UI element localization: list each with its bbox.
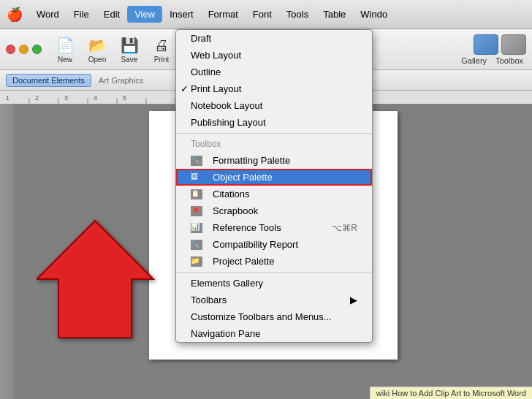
svg-marker-15 [37,221,153,338]
menu-item-elements-gallery[interactable]: Elements Gallery [176,275,372,292]
compatibility-report-icon: 🔧 [191,240,202,250]
new-icon: 📄 [55,35,75,56]
toolbox-label: Toolbox [493,56,526,65]
apple-menu[interactable]: 🍎 [0,7,29,23]
open-icon: 📂 [87,35,107,56]
draft-label: Draft [191,33,211,44]
notebook-layout-label: Notebook Layout [191,100,262,111]
object-palette-label: Object Palette [213,172,273,183]
info-icon-btn[interactable] [501,34,526,55]
window-controls [6,45,42,54]
close-button[interactable] [6,45,15,54]
reference-tools-icon: 📊 [191,223,202,233]
view-dropdown-menu: Draft Web Layout Outline Print Layout No… [175,29,373,343]
save-icon: 💾 [119,35,140,56]
new-button[interactable]: 📄 New [50,34,80,65]
navigation-pane-label: Navigation Pane [191,328,260,339]
menu-item-draft[interactable]: Draft [176,30,372,47]
open-button[interactable]: 📂 Open [83,34,112,65]
menu-item-reference-tools[interactable]: 📊 Reference Tools ⌥⌘R [176,219,372,236]
menu-font[interactable]: Font [246,6,279,23]
gallery-label: Gallery [458,56,490,65]
menu-tools[interactable]: Tools [279,6,316,23]
menu-item-print-layout[interactable]: Print Layout [176,80,372,97]
left-sidebar [0,104,15,399]
menu-item-outline[interactable]: Outline [176,64,372,80]
menu-separator-2 [176,272,372,273]
svg-text:3: 3 [64,94,68,102]
formatting-palette-icon: 🔧 [191,156,202,166]
red-arrow [37,191,197,355]
menu-item-customize-toolbars[interactable]: Customize Toolbars and Menus... [176,308,372,325]
menu-item-citations[interactable]: 📋 Citations [176,186,372,202]
svg-text:1: 1 [6,94,10,102]
scrapbook-icon: 📌 [191,206,202,216]
object-palette-icon: 🖼 [191,172,202,183]
menu-item-compatibility-report[interactable]: 🔧 Compatibility Report [176,236,372,253]
print-button[interactable]: 🖨 Print [147,34,176,65]
art-graphics-tab[interactable]: Art Graphics [93,76,149,85]
compatibility-report-label: Compatibility Report [213,239,298,250]
publishing-layout-label: Publishing Layout [191,117,266,128]
apple-icon: 🍎 [7,7,23,23]
scrapbook-label: Scrapbook [213,205,258,216]
toolbars-arrow: ▶ [350,294,357,305]
svg-text:5: 5 [123,94,126,102]
document-elements-tab[interactable]: Document Elements [6,74,91,87]
svg-text:2: 2 [35,94,39,102]
menu-separator-1 [176,133,372,134]
menu-window[interactable]: Windo [353,6,395,23]
menu-view[interactable]: View [127,6,162,23]
print-icon: 🖨 [151,35,172,56]
menu-item-navigation-pane[interactable]: Navigation Pane [176,325,372,342]
save-button[interactable]: 💾 Save [115,34,144,65]
menu-item-object-palette[interactable]: 🖼 Object Palette [176,169,372,186]
menubar: 🍎 Word File Edit View Insert Format Font… [0,0,532,29]
watermark-text: wiki How to Add Clip Art to Microsoft Wo… [376,389,526,398]
project-palette-icon: 📁 [191,256,202,267]
citations-icon: 📋 [191,189,202,200]
customize-toolbars-label: Customize Toolbars and Menus... [191,311,332,322]
reference-tools-shortcut: ⌥⌘R [332,223,357,233]
menu-item-notebook-layout[interactable]: Notebook Layout [176,97,372,114]
menu-item-publishing-layout[interactable]: Publishing Layout [176,114,372,131]
menu-file[interactable]: File [66,6,96,23]
web-layout-label: Web Layout [191,50,241,61]
gallery-icon-btn[interactable] [474,34,498,55]
project-palette-label: Project Palette [213,256,275,267]
svg-text:4: 4 [94,94,97,102]
formatting-palette-label: Formatting Palette [213,155,290,166]
menu-edit[interactable]: Edit [96,6,127,23]
menu-item-web-layout[interactable]: Web Layout [176,47,372,64]
zoom-button[interactable] [32,45,42,54]
arrow-svg [37,191,197,352]
watermark: wiki How to Add Clip Art to Microsoft Wo… [370,387,532,399]
menu-item-scrapbook[interactable]: 📌 Scrapbook [176,202,372,219]
print-layout-label: Print Layout [191,83,241,94]
toolbars-label: Toolbars [191,294,227,305]
toolbox-section-label: Toolbox [176,136,372,152]
menu-word[interactable]: Word [29,6,66,23]
toolbar-right: Gallery Toolbox Art Graphics [458,34,526,65]
reference-tools-label: Reference Tools [213,222,281,233]
citations-label: Citations [213,189,250,200]
menu-table[interactable]: Table [316,6,353,23]
menu-item-toolbars[interactable]: Toolbars ▶ [176,292,372,308]
outline-label: Outline [191,66,221,77]
elements-gallery-label: Elements Gallery [191,278,263,289]
minimize-button[interactable] [19,45,28,54]
menu-item-project-palette[interactable]: 📁 Project Palette [176,253,372,270]
menu-format[interactable]: Format [201,6,246,23]
menu-item-formatting-palette[interactable]: 🔧 Formatting Palette [176,152,372,169]
menu-insert[interactable]: Insert [162,6,201,23]
